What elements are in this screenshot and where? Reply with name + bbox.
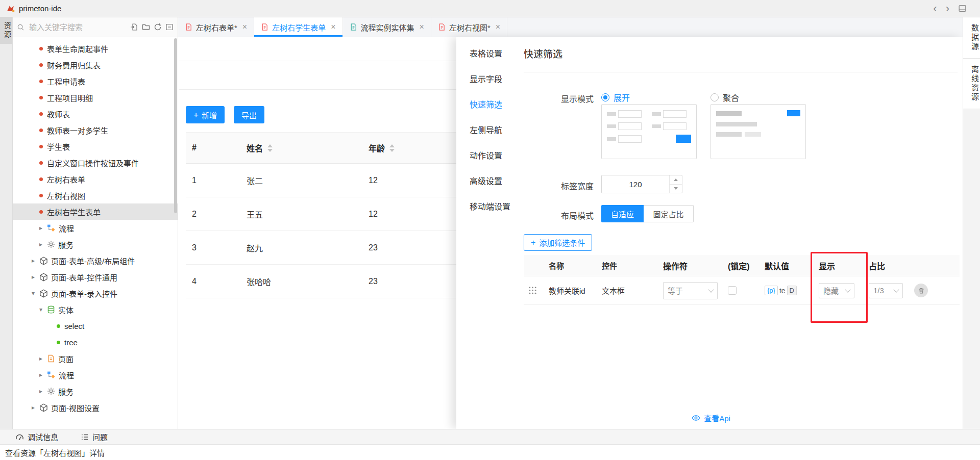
- tree-item[interactable]: 教师表: [13, 106, 178, 122]
- default-value-suffix-chip[interactable]: D: [787, 286, 797, 295]
- sort-asc-icon[interactable]: [267, 144, 273, 147]
- export-button-label: 导出: [241, 110, 257, 120]
- column-header[interactable]: 姓名: [240, 133, 362, 163]
- segment-fixed-ratio[interactable]: 固定占比: [644, 205, 694, 222]
- resources-rail-tab[interactable]: 资源: [0, 17, 12, 44]
- close-tab-icon[interactable]: ×: [420, 22, 424, 32]
- operator-select[interactable]: 等于: [663, 282, 718, 299]
- sort-icon[interactable]: [389, 144, 395, 152]
- sort-asc-icon[interactable]: [389, 144, 395, 147]
- chevron-right-icon[interactable]: ▸: [32, 404, 39, 411]
- ratio-select[interactable]: 1/3: [869, 283, 903, 298]
- nav-forward-icon[interactable]: ›: [946, 3, 949, 14]
- datasource-rail-tab[interactable]: 数据源: [963, 17, 980, 59]
- tree-item[interactable]: 自定义窗口操作按钮及事件: [13, 155, 178, 171]
- radio-checked-icon[interactable]: [601, 93, 609, 101]
- view-api-link[interactable]: 查看Api: [519, 413, 903, 423]
- add-button[interactable]: + 新增: [186, 106, 225, 123]
- tree-item[interactable]: 左树右学生表单: [13, 203, 178, 220]
- chevron-right-icon[interactable]: ▸: [39, 355, 47, 362]
- close-tab-icon[interactable]: ×: [331, 22, 335, 32]
- folder-icon[interactable]: [142, 23, 150, 31]
- tree-item[interactable]: ▾实体: [13, 301, 178, 318]
- settings-menu-item[interactable]: 显示字段: [456, 66, 519, 91]
- editor-tab[interactable]: 左树右表单*×: [178, 17, 254, 37]
- tree-item-label: select: [64, 322, 84, 330]
- chevron-right-icon[interactable]: ▸: [39, 224, 47, 232]
- locked-checkbox[interactable]: [728, 286, 737, 295]
- tree-item[interactable]: ▸服务: [13, 383, 178, 399]
- default-value-param-chip[interactable]: {p}: [765, 286, 778, 295]
- tree-item[interactable]: 学生表: [13, 138, 178, 155]
- stepper-up-icon[interactable]: [670, 175, 682, 185]
- debug-info-item[interactable]: 调试信息: [15, 431, 58, 442]
- sort-desc-icon[interactable]: [267, 149, 273, 152]
- tree-item[interactable]: ▸页面: [13, 350, 178, 367]
- editor-tab[interactable]: 左树右学生表单×: [254, 17, 342, 37]
- settings-menu-item[interactable]: 左侧导航: [456, 117, 519, 142]
- refresh-icon[interactable]: [154, 23, 162, 31]
- tree-item[interactable]: 工程项目明细: [13, 89, 178, 106]
- tree-item[interactable]: ▸页面-视图设置: [13, 399, 178, 416]
- titlebar: primeton-ide ‹ ›: [0, 0, 980, 17]
- tree-item[interactable]: ▾页面-表单-录入控件: [13, 285, 178, 301]
- nav-back-icon[interactable]: ‹: [933, 3, 937, 14]
- chevron-right-icon[interactable]: ▸: [32, 273, 39, 280]
- radio-unchecked-icon[interactable]: [710, 93, 719, 101]
- tree-item[interactable]: 教师表一对多学生: [13, 122, 178, 138]
- default-value-text[interactable]: te: [779, 287, 786, 295]
- problems-item[interactable]: 问题: [81, 431, 108, 442]
- preview-expand-thumbnail[interactable]: [601, 104, 697, 159]
- collapse-all-icon[interactable]: [165, 23, 174, 31]
- tree-item[interactable]: select: [13, 318, 178, 334]
- chevron-right-icon[interactable]: ▸: [39, 371, 47, 378]
- editor-tab[interactable]: 左树右视图*×: [431, 17, 507, 37]
- tree-item[interactable]: 表单生命周起事件: [13, 40, 178, 57]
- display-select[interactable]: 隐藏: [819, 283, 854, 298]
- settings-menu-item[interactable]: 高级设置: [456, 168, 519, 193]
- segment-adaptive[interactable]: 自适应: [601, 205, 644, 222]
- number-stepper[interactable]: [669, 175, 682, 193]
- offline-resources-rail-tab[interactable]: 离线资源: [963, 59, 980, 109]
- tree-item[interactable]: ▸页面-表单-控件通用: [13, 269, 178, 285]
- chevron-right-icon[interactable]: ▸: [32, 257, 39, 264]
- export-button[interactable]: 导出: [234, 106, 264, 123]
- radio-expand[interactable]: 展开: [601, 92, 630, 103]
- settings-menu-item[interactable]: 快速筛选: [456, 91, 519, 117]
- tree-item[interactable]: 左树右表单: [13, 171, 178, 187]
- label-width-input[interactable]: 120: [601, 175, 682, 193]
- add-filter-button[interactable]: + 添加筛选条件: [524, 234, 592, 251]
- chevron-down-icon[interactable]: ▾: [39, 306, 47, 313]
- sort-desc-icon[interactable]: [389, 149, 395, 152]
- stepper-down-icon[interactable]: [670, 185, 682, 193]
- radio-aggregate[interactable]: 聚合: [710, 92, 739, 103]
- editor-tab[interactable]: 流程实例实体集×: [343, 17, 431, 37]
- close-tab-icon[interactable]: ×: [242, 22, 247, 32]
- tree-item[interactable]: 左树右视图: [13, 187, 178, 203]
- tree-item[interactable]: ▸服务: [13, 236, 178, 252]
- gauge-icon: [15, 432, 24, 441]
- sort-icon[interactable]: [267, 144, 273, 152]
- layout-panel-icon[interactable]: [958, 4, 967, 13]
- bullet-icon: [39, 161, 43, 165]
- search-input[interactable]: [28, 22, 127, 32]
- column-header[interactable]: #: [186, 133, 240, 163]
- chevron-right-icon[interactable]: ▸: [39, 388, 47, 395]
- tree-item[interactable]: ▸页面-表单-高级/布局组件: [13, 252, 178, 269]
- delete-filter-button[interactable]: [914, 284, 928, 297]
- preview-aggregate-thumbnail[interactable]: [710, 104, 806, 159]
- settings-menu-item[interactable]: 表格设置: [456, 40, 519, 66]
- settings-menu-item[interactable]: 动作设置: [456, 142, 519, 168]
- tree-item[interactable]: ▸流程: [13, 367, 178, 383]
- tree-item[interactable]: ▸流程: [13, 220, 178, 236]
- settings-menu-item[interactable]: 移动端设置: [456, 193, 519, 219]
- close-tab-icon[interactable]: ×: [496, 22, 500, 32]
- drag-handle-icon[interactable]: [528, 286, 537, 295]
- chevron-down-icon[interactable]: ▾: [32, 290, 39, 297]
- tree-item[interactable]: 财务费用归集表: [13, 57, 178, 73]
- locate-file-icon[interactable]: [130, 23, 138, 31]
- chevron-right-icon[interactable]: ▸: [39, 241, 47, 248]
- tree-item[interactable]: 工程申请表: [13, 73, 178, 89]
- tree-item[interactable]: tree: [13, 334, 178, 350]
- tree-scrollbar[interactable]: [174, 38, 177, 213]
